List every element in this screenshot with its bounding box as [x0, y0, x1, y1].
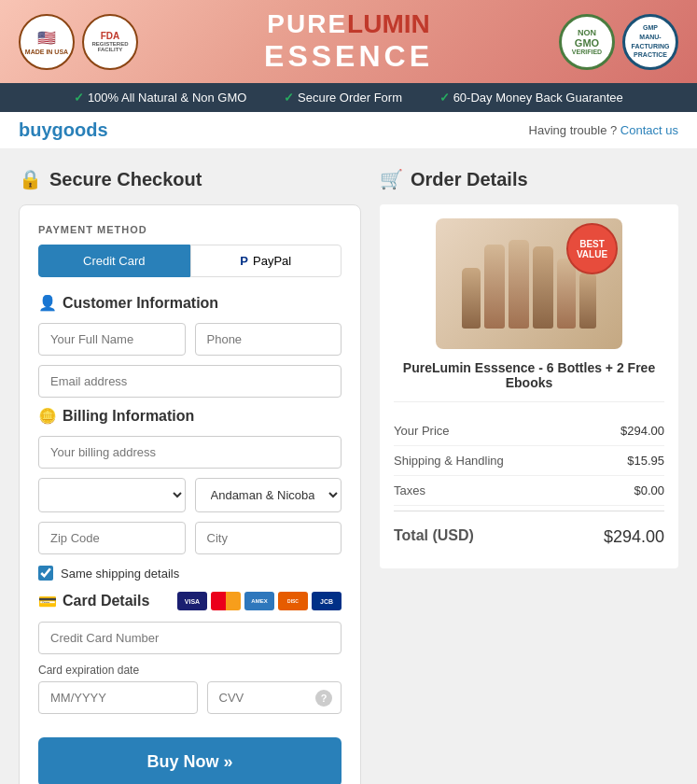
- region-select[interactable]: Andaman & Nicobar Andhra Pradesh Maharas…: [195, 478, 342, 512]
- billing-address-input[interactable]: [38, 436, 342, 469]
- payment-tabs: Credit Card P PayPal: [38, 245, 342, 277]
- buygoods-logo: buygoods: [19, 119, 108, 141]
- visa-icon: VISA: [177, 592, 207, 610]
- paypal-tab[interactable]: P PayPal: [190, 245, 342, 277]
- order-price-row: Your Price $294.00: [394, 416, 664, 446]
- person-icon: 👤: [38, 294, 57, 312]
- bottle-2: [484, 245, 505, 329]
- same-shipping-label: Same shipping details: [61, 567, 179, 581]
- gmp-badge: GMPMANU-FACTURINGPRACTICE: [622, 14, 678, 70]
- customer-info-title: 👤 Customer Information: [38, 294, 342, 312]
- nav-bar: buygoods Having trouble ? Contact us: [0, 112, 697, 149]
- made-in-usa-badge: 🇺🇸 MADE IN USA: [19, 14, 75, 70]
- email-row: [38, 365, 342, 398]
- card-details-title: 💳 Card Details: [38, 593, 149, 610]
- fda-badge: FDA REGISTERED FACILITY: [82, 14, 138, 70]
- checkout-title: 🔒 Secure Checkout: [19, 168, 361, 190]
- address-row: [38, 436, 342, 469]
- bottle-4: [533, 246, 553, 329]
- cvv-wrap: ?: [207, 681, 342, 714]
- buy-now-button[interactable]: Buy Now »: [38, 737, 342, 784]
- card-number-input[interactable]: [38, 622, 342, 654]
- cart-icon: 🛒: [380, 168, 403, 190]
- same-shipping-row: Same shipping details: [38, 566, 342, 581]
- zip-city-row: [38, 522, 342, 554]
- bottle-3: [509, 240, 529, 329]
- header-right-badges: NON GMO VERIFIED GMPMANU-FACTURINGPRACTI…: [559, 14, 678, 70]
- jcb-icon: JCB: [312, 592, 342, 610]
- taxes-label: Taxes: [394, 483, 425, 497]
- trust-secure: Secure Order Form: [284, 91, 402, 105]
- order-total-row: Total (USD) $294.00: [394, 516, 664, 554]
- card-icon: 💳: [38, 593, 57, 610]
- payment-method-label: PAYMENT METHOD: [38, 224, 342, 235]
- lock-icon: 🔒: [19, 168, 42, 190]
- non-gmo-badge: NON GMO VERIFIED: [559, 14, 615, 70]
- expiry-input[interactable]: [38, 681, 198, 714]
- product-image: BEST VALUE: [436, 218, 622, 349]
- bottle-5: [557, 259, 576, 329]
- discover-icon: DISC: [278, 592, 308, 610]
- order-divider: [394, 511, 664, 511]
- mastercard-icon: [211, 592, 241, 610]
- card-number-row: [38, 622, 342, 654]
- shipping-label: Shipping & Handling: [394, 454, 504, 468]
- expiry-label: Card expiration date: [38, 664, 342, 677]
- billing-info-title: 🪙 Billing Information: [38, 407, 342, 425]
- trust-bar: 100% All Natural & Non GMO Secure Order …: [0, 83, 697, 112]
- country-region-row: United States India United Kingdom Andam…: [38, 478, 342, 512]
- total-value: $294.00: [604, 527, 664, 547]
- header-left-badges: 🇺🇸 MADE IN USA FDA REGISTERED FACILITY: [19, 14, 138, 70]
- city-input[interactable]: [195, 522, 342, 554]
- bottle-1: [462, 268, 481, 329]
- order-title: 🛒 Order Details: [380, 168, 678, 190]
- order-box: BEST VALUE PureLumin Esssence - 6 Bottle…: [380, 204, 678, 568]
- card-icons: VISA AMEX DISC JCB: [177, 592, 342, 610]
- form-box: PAYMENT METHOD Credit Card P PayPal 👤 Cu…: [19, 204, 361, 784]
- trust-natural: 100% All Natural & Non GMO: [74, 91, 246, 105]
- product-name: PureLumin Esssence - 6 Bottles + 2 Free …: [394, 360, 664, 402]
- full-name-input[interactable]: [38, 323, 186, 356]
- paypal-icon: P: [240, 254, 248, 268]
- nav-right: Having trouble ? Contact us: [529, 123, 678, 137]
- amex-icon: AMEX: [244, 592, 274, 610]
- shipping-value: $15.95: [627, 454, 664, 468]
- country-select[interactable]: United States India United Kingdom: [38, 478, 186, 512]
- taxes-value: $0.00: [634, 483, 664, 497]
- best-value-badge: BEST VALUE: [566, 223, 618, 274]
- card-details-header: 💳 Card Details VISA AMEX DISC JCB: [38, 592, 342, 610]
- your-price-label: Your Price: [394, 424, 450, 438]
- header-banner: 🇺🇸 MADE IN USA FDA REGISTERED FACILITY P…: [0, 0, 697, 83]
- phone-input[interactable]: [195, 323, 342, 356]
- brand-logo: PURELUMIN ESSENCE: [264, 9, 433, 74]
- your-price-value: $294.00: [620, 424, 664, 438]
- order-shipping-row: Shipping & Handling $15.95: [394, 446, 664, 476]
- total-label: Total (USD): [394, 527, 474, 547]
- zip-input[interactable]: [38, 522, 186, 554]
- expiry-cvv-row: ?: [38, 681, 342, 714]
- main-content: 🔒 Secure Checkout PAYMENT METHOD Credit …: [0, 149, 697, 784]
- credit-card-tab[interactable]: Credit Card: [38, 245, 190, 277]
- contact-link[interactable]: Contact us: [620, 123, 678, 137]
- billing-icon: 🪙: [38, 407, 57, 425]
- order-col: 🛒 Order Details BEST VALUE: [380, 168, 678, 784]
- name-phone-row: [38, 323, 342, 356]
- cvv-help-icon[interactable]: ?: [315, 690, 332, 707]
- checkout-col: 🔒 Secure Checkout PAYMENT METHOD Credit …: [19, 168, 361, 784]
- same-shipping-checkbox[interactable]: [38, 566, 53, 581]
- trust-guarantee: 60-Day Money Back Guarantee: [439, 91, 623, 105]
- bottle-6: [579, 273, 596, 329]
- email-input[interactable]: [38, 365, 342, 398]
- order-taxes-row: Taxes $0.00: [394, 476, 664, 506]
- product-image-area: BEST VALUE: [394, 218, 664, 349]
